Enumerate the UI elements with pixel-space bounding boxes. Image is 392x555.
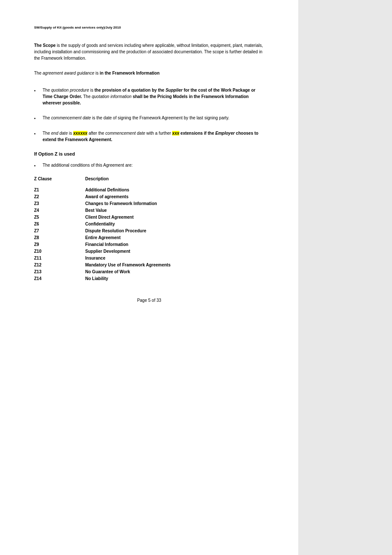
z-clause-cell: Z12 bbox=[34, 263, 85, 267]
bullet-item-2: ▪ The commencement date is the date of s… bbox=[34, 115, 264, 121]
table-row: Z2Award of agreements bbox=[34, 194, 264, 199]
z-clause-cell: Z13 bbox=[34, 269, 85, 274]
option-z-header: If Option Z is used bbox=[34, 151, 264, 156]
bullet3-text2: after the bbox=[87, 131, 105, 136]
agreement-prefix: The bbox=[34, 71, 43, 75]
bullet3-text1: is bbox=[68, 131, 73, 136]
z-desc-cell: Award of agreements bbox=[85, 194, 264, 199]
page-container: SW/Supply of Kit (goods and services onl… bbox=[0, 0, 392, 555]
table-row: Z10Supplier Development bbox=[34, 249, 264, 254]
z-clause-table: Z Clause Description Z1Additional Defini… bbox=[34, 176, 264, 281]
table-row: Z13No Guarantee of Work bbox=[34, 269, 264, 274]
bullet2-suffix: is the date of signing the Framework Agr… bbox=[91, 116, 229, 120]
doc-header: SW/Supply of Kit (goods and services onl… bbox=[34, 26, 264, 29]
z-desc-cell: Changes to Framework Information bbox=[85, 201, 264, 206]
z-clause-cell: Z8 bbox=[34, 235, 85, 240]
z-clause-cell: Z6 bbox=[34, 222, 85, 226]
z-clause-cell: Z3 bbox=[34, 201, 85, 206]
bullet3-bold-italic: Employer bbox=[215, 131, 235, 136]
z-desc-cell: Client Direct Agreement bbox=[85, 215, 264, 220]
z-clause-cell: Z14 bbox=[34, 276, 85, 281]
main-content: SW/Supply of Kit (goods and services onl… bbox=[0, 0, 298, 555]
table-row: Z14No Liability bbox=[34, 276, 264, 281]
z-desc-cell: Entire Agreement bbox=[85, 235, 264, 240]
bullet-marker-1: ▪ bbox=[34, 87, 43, 94]
bullet1-italic2: quotation information bbox=[92, 94, 131, 99]
bullet1-content: The quotation procedure is the provision… bbox=[43, 87, 264, 106]
bullet3-bold: extensions if the bbox=[179, 131, 215, 136]
table-row: Z6Confidentiality bbox=[34, 222, 264, 226]
z-desc-cell: Confidentiality bbox=[85, 222, 264, 226]
table-row: Z3Changes to Framework Information bbox=[34, 201, 264, 206]
bullet-marker-2: ▪ bbox=[34, 115, 43, 121]
z-clause-cell: Z1 bbox=[34, 188, 85, 192]
z-desc-cell: Financial Information bbox=[85, 242, 264, 247]
z-desc-cell: Best Value bbox=[85, 208, 264, 213]
bullet3-content: The end date is xxxxxx after the commenc… bbox=[43, 130, 264, 143]
right-sidebar bbox=[298, 0, 392, 555]
agreement-suffix: is bbox=[94, 71, 100, 75]
z-desc-cell: Dispute Resolution Procedure bbox=[85, 228, 264, 233]
page-footer: Page 5 of 33 bbox=[34, 298, 264, 303]
z-clause-cell: Z2 bbox=[34, 194, 85, 199]
z-clause-cell: Z5 bbox=[34, 215, 85, 220]
bullet2-prefix: The bbox=[43, 116, 51, 120]
bullet2-italic: commencement date bbox=[51, 116, 91, 120]
table-rows-container: Z1Additional DefinitionsZ2Award of agree… bbox=[34, 188, 264, 281]
z-desc-cell: No Guarantee of Work bbox=[85, 269, 264, 274]
z-clause-cell: Z11 bbox=[34, 256, 85, 260]
z-desc-cell: Insurance bbox=[85, 256, 264, 260]
table-row: Z9Financial Information bbox=[34, 242, 264, 247]
additional-bullet-marker: ▪ bbox=[34, 163, 43, 168]
table-row: Z4Best Value bbox=[34, 208, 264, 213]
table-row: Z5Client Direct Agreement bbox=[34, 215, 264, 220]
bullet-marker-3: ▪ bbox=[34, 130, 43, 137]
agreement-bold: in the Framework Information bbox=[100, 71, 160, 75]
col-clause-header: Z Clause bbox=[34, 176, 85, 181]
scope-text: is the supply of goods and services incl… bbox=[34, 43, 263, 61]
scope-section: The Scope is the supply of goods and ser… bbox=[34, 42, 264, 61]
bullet2-content: The commencement date is the date of sig… bbox=[43, 115, 229, 121]
bullet1-bold-italic: Supplier bbox=[165, 88, 182, 92]
bullet1-prefix: The bbox=[43, 88, 51, 92]
z-clause-cell: Z9 bbox=[34, 242, 85, 247]
scope-bold: The Scope bbox=[34, 43, 56, 48]
table-header-row: Z Clause Description bbox=[34, 176, 264, 181]
bullet1-suffix: is bbox=[89, 88, 95, 92]
bullet-item-1: ▪ The quotation procedure is the provisi… bbox=[34, 87, 264, 106]
bullet-list: ▪ The quotation procedure is the provisi… bbox=[34, 87, 264, 143]
z-desc-cell: No Liability bbox=[85, 276, 264, 281]
table-row: Z8Entire Agreement bbox=[34, 235, 264, 240]
table-row: Z12Mandatory Use of Framework Agreements bbox=[34, 263, 264, 267]
agreement-italic: agreement award guidance bbox=[43, 71, 94, 75]
bullet3-text3: with a further bbox=[145, 131, 172, 136]
table-row: Z11Insurance bbox=[34, 256, 264, 260]
bullet3-prefix: The bbox=[43, 131, 51, 136]
bullet3-highlight2: xxx bbox=[172, 131, 179, 136]
z-clause-cell: Z7 bbox=[34, 228, 85, 233]
z-clause-cell: Z4 bbox=[34, 208, 85, 213]
bullet3-italic2: commencement date bbox=[105, 131, 145, 136]
additional-conditions: ▪ The additional conditions of this Agre… bbox=[34, 163, 264, 168]
z-desc-cell: Mandatory Use of Framework Agreements bbox=[85, 263, 264, 267]
agreement-line: The agreement award guidance is in the F… bbox=[34, 70, 264, 76]
col-desc-header: Description bbox=[85, 176, 264, 181]
bullet1-italic: quotation procedure bbox=[51, 88, 89, 92]
z-desc-cell: Supplier Development bbox=[85, 249, 264, 254]
table-row: Z1Additional Definitions bbox=[34, 188, 264, 192]
bullet-item-3: ▪ The end date is xxxxxx after the comme… bbox=[34, 130, 264, 143]
bullet1-bold: the provision of a quotation by the bbox=[95, 88, 166, 92]
table-row: Z7Dispute Resolution Procedure bbox=[34, 228, 264, 233]
additional-conditions-text: The additional conditions of this Agreem… bbox=[43, 163, 133, 168]
z-desc-cell: Additional Definitions bbox=[85, 188, 264, 192]
z-clause-cell: Z10 bbox=[34, 249, 85, 254]
bullet3-italic: end date bbox=[51, 131, 68, 136]
bullet3-highlight1: xxxxxx bbox=[73, 131, 87, 136]
bullet1-text: The bbox=[82, 94, 92, 99]
